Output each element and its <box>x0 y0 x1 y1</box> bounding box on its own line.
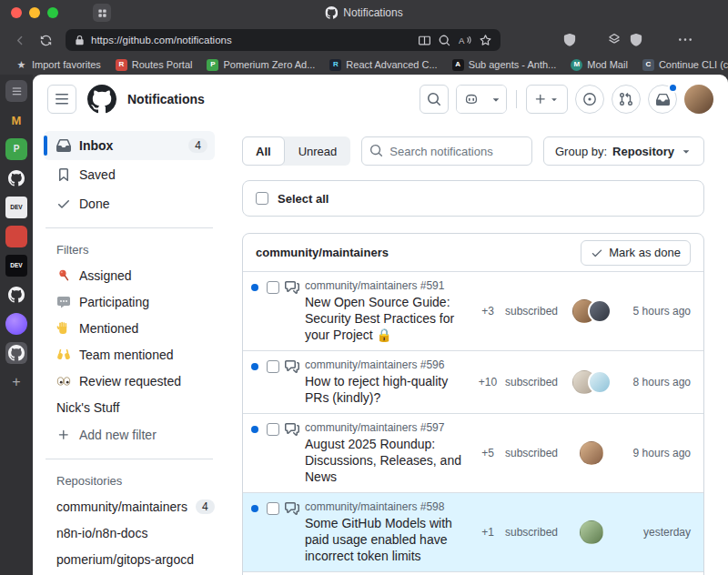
bookmark-sub-agents[interactable]: ASub agents - Anth... <box>446 57 563 73</box>
browser-action-icons <box>563 31 719 49</box>
repo-filter-n8n-docs[interactable]: n8n-io/n8n-docs <box>44 520 215 546</box>
browser-sidebar-rail: M P DEV DEV + <box>0 75 33 575</box>
notification-time: 5 hours ago <box>633 305 691 318</box>
refresh-icon[interactable] <box>35 29 56 51</box>
rail-add-icon[interactable]: + <box>5 371 27 393</box>
filter-participating[interactable]: Participating <box>44 288 215 315</box>
browser-essentials-icon[interactable] <box>563 34 576 46</box>
header-actions <box>420 85 713 114</box>
user-avatar[interactable] <box>684 85 713 114</box>
split-screen-icon[interactable] <box>419 35 430 46</box>
notification-checkbox[interactable] <box>267 423 279 436</box>
copilot-orb-icon[interactable] <box>701 31 719 49</box>
sidebar-item-saved[interactable]: Saved <box>44 160 215 189</box>
sidebar-item-inbox[interactable]: Inbox 4 <box>44 131 215 160</box>
tab-all[interactable]: All <box>242 136 285 166</box>
rail-dev-icon[interactable]: DEV <box>5 197 27 218</box>
browser-window: Notifications https://github.com/notific… <box>0 0 728 575</box>
bookmark-routes-portal[interactable]: RRoutes Portal <box>109 57 199 73</box>
pull-requests-icon[interactable] <box>612 85 641 114</box>
zoom-button[interactable] <box>47 7 58 18</box>
github-logo-icon[interactable] <box>87 85 116 114</box>
copilot-icon[interactable] <box>457 86 486 113</box>
rail-red-app-icon[interactable] <box>5 226 27 247</box>
mark-as-done-button[interactable]: Mark as done <box>581 240 691 266</box>
notification-row[interactable]: community/maintainers #596 How to reject… <box>243 351 703 414</box>
tab-title: Notifications <box>343 6 402 19</box>
notification-checkbox[interactable] <box>267 281 279 294</box>
more-menu-icon[interactable] <box>679 34 692 46</box>
bookmark-continue-cli[interactable]: CContinue CLI (cn)... <box>636 57 728 73</box>
filter-label: Participating <box>79 295 149 309</box>
repositories-heading: Repositories <box>44 469 215 493</box>
repo-label: community/maintainers <box>56 499 187 514</box>
filter-nicks-stuff[interactable]: Nick's Stuff <box>44 394 215 420</box>
browser-profile-avatar[interactable] <box>652 31 670 49</box>
participant-avatars <box>565 441 618 465</box>
filter-team-mentioned[interactable]: Team mentioned <box>44 341 215 368</box>
avatar <box>580 441 603 465</box>
copilot-chevron-down-icon[interactable] <box>486 86 506 113</box>
filter-mentioned[interactable]: Mentioned <box>44 315 215 341</box>
favorite-star-icon[interactable] <box>480 35 491 46</box>
notifications-inbox-icon[interactable] <box>648 85 677 114</box>
read-aloud-icon[interactable] <box>459 34 471 46</box>
rail-dev-dark-icon[interactable]: DEV <box>5 255 27 277</box>
zoom-icon[interactable] <box>439 35 450 46</box>
rail-pomerium-icon[interactable]: P <box>5 138 27 160</box>
notifications-sidebar: Inbox 4 Saved Done Filters <box>33 124 226 575</box>
hand-icon <box>56 321 71 336</box>
issues-icon[interactable] <box>575 85 604 114</box>
minimize-button[interactable] <box>29 7 40 18</box>
notification-row[interactable]: community/maintainers #597 August 2025 R… <box>243 414 703 493</box>
create-new-button[interactable] <box>526 85 568 114</box>
group-by-button[interactable]: Group by: Repository <box>543 136 704 166</box>
sidebar-item-done[interactable]: Done <box>44 189 215 218</box>
rail-journal-icon[interactable] <box>5 80 27 102</box>
rail-github-active-icon[interactable] <box>5 342 27 364</box>
back-icon[interactable] <box>9 29 31 51</box>
bookmark-import-favorites[interactable]: ★Import favorites <box>9 57 107 73</box>
add-filter-label: Add new filter <box>79 428 157 442</box>
rail-n8n-icon[interactable] <box>5 313 27 335</box>
notification-row-selected[interactable]: community/maintainers #598 Some GitHub M… <box>243 493 703 572</box>
select-all-checkbox[interactable] <box>256 192 268 205</box>
unread-dot-icon <box>248 358 261 406</box>
rail-mail-icon[interactable]: M <box>5 109 27 131</box>
address-bar[interactable]: https://github.com/notifications <box>66 29 500 51</box>
filter-review-requested[interactable]: Review requested <box>44 368 215 394</box>
sidebar-divider <box>46 459 213 459</box>
notification-repo: community/maintainers #596 <box>305 358 470 371</box>
window-controls <box>11 7 58 18</box>
check-icon <box>56 197 71 211</box>
rail-github2-icon[interactable] <box>5 284 27 306</box>
active-tab[interactable]: Notifications <box>325 6 402 19</box>
workspaces-icon[interactable] <box>93 4 111 22</box>
close-button[interactable] <box>11 7 22 18</box>
extra-participants-count: +3 <box>476 305 500 318</box>
bookmark-pomerium-zero[interactable]: PPomerium Zero Ad... <box>200 57 321 73</box>
notification-checkbox[interactable] <box>267 502 279 515</box>
rail-github-icon[interactable] <box>5 167 27 189</box>
search-icon[interactable] <box>420 85 449 114</box>
notification-time: 9 hours ago <box>633 447 691 459</box>
bookmark-mod-mail[interactable]: MMod Mail <box>564 57 634 73</box>
search-input[interactable] <box>361 136 532 166</box>
filter-assigned[interactable]: Assigned <box>44 262 215 288</box>
add-new-filter-button[interactable]: Add new filter <box>44 420 215 449</box>
tab-unread[interactable]: Unread <box>285 136 351 166</box>
inbox-count-badge: 4 <box>188 138 207 153</box>
password-manager-icon[interactable] <box>630 34 642 46</box>
bookmark-icon <box>56 167 71 182</box>
notification-checkbox[interactable] <box>267 360 279 373</box>
collections-icon[interactable] <box>608 34 621 46</box>
extension-icon[interactable] <box>585 34 599 47</box>
hamburger-menu-icon[interactable] <box>47 85 76 114</box>
bookmark-react-advanced[interactable]: RReact Advanced C... <box>323 57 443 73</box>
notification-text: community/maintainers #598 Some GitHub M… <box>305 500 470 564</box>
filter-tabs: All Unread <box>242 136 350 166</box>
select-all-row: Select all <box>242 180 704 217</box>
notification-row[interactable]: community/maintainers #591 New Open Sour… <box>243 272 703 351</box>
repo-filter-gitops-argocd[interactable]: pomerium/gitops-argocd <box>44 546 215 572</box>
repo-filter-community-maintainers[interactable]: community/maintainers 4 <box>44 493 215 520</box>
